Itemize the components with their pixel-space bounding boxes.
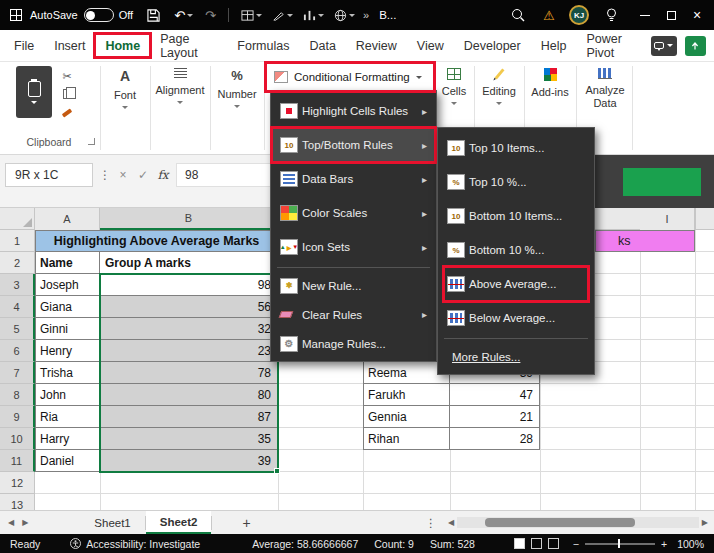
cell-b5[interactable]: 32 — [100, 318, 278, 340]
submenu-item-bottom-10-percent[interactable]: % Bottom 10 %... — [438, 233, 594, 267]
tabbar-options-icon[interactable]: ⋮ — [425, 516, 437, 530]
cell-a8[interactable]: John — [35, 384, 100, 406]
comments-button[interactable] — [651, 36, 677, 56]
lightbulb-icon[interactable] — [605, 8, 618, 22]
pen-dropdown-icon[interactable] — [287, 14, 293, 17]
redo-icon[interactable]: ↷ — [205, 9, 216, 22]
search-icon[interactable] — [511, 8, 525, 22]
cell-a10[interactable]: Harry — [35, 428, 100, 450]
tab-developer[interactable]: Developer — [454, 30, 531, 61]
overflow-chevron-icon[interactable]: » — [363, 9, 369, 21]
cells-group-button[interactable]: Cells — [436, 68, 472, 105]
normal-view-icon[interactable] — [514, 538, 525, 549]
tab-data[interactable]: Data — [299, 30, 345, 61]
cell-a9[interactable]: Ria — [35, 406, 100, 428]
row-header-5[interactable]: 5 — [0, 318, 35, 340]
page-break-view-icon[interactable] — [548, 538, 559, 549]
hscroll-left-icon[interactable]: ◀ — [448, 518, 454, 527]
row-header-11[interactable]: 11 — [0, 450, 35, 472]
hscroll-right-icon[interactable]: ▶ — [702, 518, 708, 527]
row-header-13[interactable]: 13 — [0, 494, 35, 510]
cell-a3[interactable]: Joseph — [35, 274, 100, 296]
column-header-b[interactable]: B — [100, 208, 278, 230]
maximize-button[interactable] — [658, 0, 684, 30]
row-header-3[interactable]: 3 — [0, 274, 35, 296]
name-box[interactable]: 9R x 1C — [5, 163, 93, 187]
cell-a11[interactable]: Daniel — [35, 450, 100, 472]
column-header-i[interactable]: I — [640, 208, 695, 230]
zoom-slider[interactable] — [585, 543, 655, 545]
cell-right-mark-9[interactable]: 21 — [450, 406, 540, 428]
menu-item-clear-rules[interactable]: Clear Rules ▸ — [271, 300, 436, 329]
cancel-icon[interactable]: × — [113, 163, 133, 187]
tab-power-pivot[interactable]: Power Pivot — [576, 30, 650, 61]
submenu-item-below-average[interactable]: Below Average... — [438, 301, 594, 335]
clipboard-dialog-launcher-icon[interactable] — [88, 138, 95, 145]
title-banner-cell[interactable]: Highlighting Above Average Marks — [35, 230, 278, 252]
row-header-8[interactable]: 8 — [0, 384, 35, 406]
cell-b2[interactable]: Group A marks — [100, 252, 278, 274]
new-sheet-button[interactable]: + — [242, 515, 250, 531]
undo-dropdown-icon[interactable] — [187, 14, 193, 17]
tab-help[interactable]: Help — [531, 30, 577, 61]
cell-b3-active[interactable]: 98 — [100, 274, 278, 296]
enter-icon[interactable]: ✓ — [133, 163, 153, 187]
font-group-button[interactable]: A Font — [102, 68, 148, 109]
sheet-tab-sheet2[interactable]: Sheet2 — [146, 511, 212, 534]
zoom-thumb[interactable] — [618, 539, 620, 548]
cell-b10[interactable]: 35 — [100, 428, 278, 450]
row-header-9[interactable]: 9 — [0, 406, 35, 428]
zoom-out-icon[interactable]: − — [573, 538, 579, 550]
row-header-12[interactable]: 12 — [0, 472, 35, 494]
fill-handle[interactable] — [274, 468, 280, 474]
insert-function-button[interactable]: fx — [153, 163, 173, 187]
row-header-1[interactable]: 1 — [0, 230, 35, 252]
sheet-scroll-right-icon[interactable]: ▶ — [22, 518, 28, 527]
cell-right-name-8[interactable]: Farukh — [363, 384, 450, 406]
tab-page-layout[interactable]: Page Layout — [150, 30, 227, 61]
namebox-options-icon[interactable]: ⋮ — [95, 163, 115, 187]
accessibility-status[interactable]: Accessibility: Investigate — [86, 538, 200, 550]
save-icon[interactable] — [147, 9, 160, 22]
menu-item-data-bars[interactable]: Data Bars ▸ — [271, 162, 436, 196]
submenu-item-more-rules[interactable]: More Rules... — [438, 342, 594, 371]
cut-button[interactable]: ✂ — [58, 68, 76, 84]
app-launcher-icon[interactable] — [10, 9, 22, 21]
menu-item-color-scales[interactable]: Color Scales ▸ — [271, 196, 436, 230]
submenu-item-above-average[interactable]: Above Average... — [438, 267, 594, 301]
cell-b7[interactable]: 78 — [100, 362, 278, 384]
column-header-a[interactable]: A — [35, 208, 100, 230]
addins-button[interactable]: Add-ins — [527, 68, 573, 98]
globe-dropdown-icon[interactable] — [349, 14, 355, 17]
pen-icon[interactable] — [272, 9, 285, 22]
zoom-in-icon[interactable]: + — [661, 538, 667, 550]
cell-right-name-9[interactable]: Gennia — [363, 406, 450, 428]
hscroll-track[interactable] — [457, 517, 699, 528]
row-header-6[interactable]: 6 — [0, 340, 35, 362]
sheet-tab-sheet1[interactable]: Sheet1 — [80, 511, 144, 534]
horizontal-scrollbar[interactable]: ◀ ▶ — [448, 516, 708, 529]
select-all-button[interactable] — [0, 208, 35, 230]
menu-item-highlight-cells-rules[interactable]: Highlight Cells Rules ▸ — [271, 94, 436, 128]
minimize-button[interactable] — [632, 0, 658, 30]
submenu-item-bottom-10-items[interactable]: 10 Bottom 10 Items... — [438, 199, 594, 233]
cell-b8[interactable]: 80 — [100, 384, 278, 406]
format-painter-button[interactable] — [58, 105, 76, 121]
row-header-10[interactable]: 10 — [0, 428, 35, 450]
zoom-level[interactable]: 100% — [677, 538, 704, 550]
cell-b9[interactable]: 87 — [100, 406, 278, 428]
cell-a6[interactable]: Henry — [35, 340, 100, 362]
row-header-7[interactable]: 7 — [0, 362, 35, 384]
number-group-button[interactable]: % Number — [212, 68, 262, 108]
conditional-formatting-button[interactable]: Conditional Formatting — [268, 64, 432, 90]
alignment-group-button[interactable]: Alignment — [152, 68, 208, 104]
editing-group-button[interactable]: Editing — [477, 68, 521, 105]
pink-banner-cell-partial[interactable]: ks — [595, 230, 695, 252]
cell-b6[interactable]: 23 — [100, 340, 278, 362]
table-dropdown-icon[interactable] — [256, 14, 262, 17]
menu-item-top-bottom-rules[interactable]: 10 Top/Bottom Rules ▸ — [271, 128, 436, 162]
cell-a5[interactable]: Ginni — [35, 318, 100, 340]
tab-home[interactable]: Home — [95, 30, 150, 61]
sheet-scroll-left-icon[interactable]: ◀ — [8, 518, 14, 527]
cell-a7[interactable]: Trisha — [35, 362, 100, 384]
